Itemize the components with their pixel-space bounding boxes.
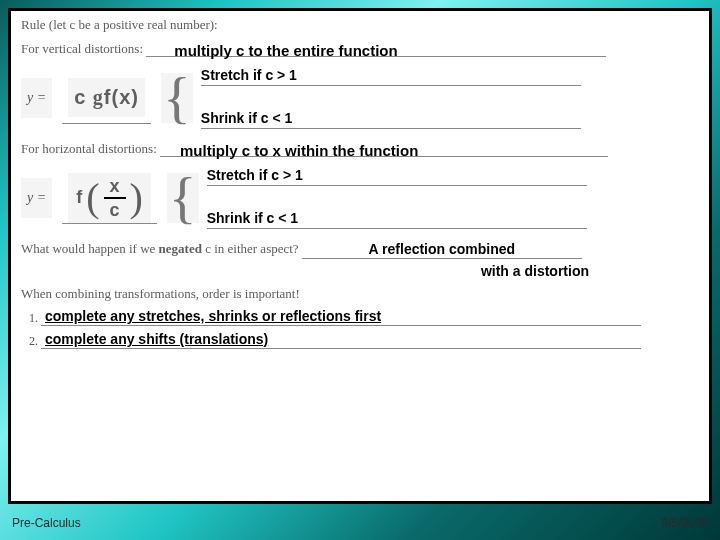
- horizontal-formula-blank: f ( x c ): [62, 172, 157, 224]
- slide-content: Rule (let c be a positive real number): …: [11, 11, 709, 501]
- lparen-icon: (: [86, 186, 99, 210]
- vertical-formula: c gf(x): [68, 78, 145, 117]
- step-2-text: complete any shifts (translations): [45, 331, 268, 347]
- horizontal-equation-row: y = f ( x c ) { Stretch if c > 1 Shrink …: [21, 163, 699, 233]
- neg-answer-line2-wrap: with a distortion: [21, 263, 699, 280]
- vertical-label: For vertical distortions:: [21, 41, 146, 56]
- vert-stretch: Stretch if c > 1: [201, 67, 297, 83]
- slide-footer: Pre-Calculus 9/5/2006: [0, 512, 720, 540]
- fraction: x c: [104, 177, 126, 219]
- brace-icon: {: [167, 173, 199, 222]
- horiz-stretch: Stretch if c > 1: [207, 167, 303, 183]
- steps-list: complete any stretches, shrinks or refle…: [21, 308, 699, 349]
- y-equals-vert: y =: [21, 78, 52, 118]
- rule-heading: Rule (let c be a positive real number):: [21, 17, 699, 33]
- combine-note: When combining transformations, order is…: [21, 286, 699, 302]
- brace-icon: {: [161, 73, 193, 122]
- neg-answer-blank: A reflection combined: [302, 241, 582, 259]
- vertical-cases: Stretch if c > 1 Shrink if c < 1: [199, 63, 581, 133]
- negated-question-line: What would happen if we negated c in eit…: [21, 241, 699, 259]
- neg-answer-2: with a distortion: [481, 263, 589, 279]
- vertical-answer: multiply c to the entire function: [146, 42, 397, 59]
- vert-fx: f(x): [104, 86, 139, 108]
- horizontal-formula: f ( x c ): [68, 173, 151, 223]
- vert-g: g: [93, 86, 104, 108]
- vertical-equation-row: y = c gf(x) { Stretch if c > 1 Shrink if…: [21, 63, 699, 133]
- rparen-icon: ): [130, 186, 143, 210]
- slide-frame: Rule (let c be a positive real number): …: [8, 8, 712, 504]
- neg-post: c in either aspect?: [202, 241, 302, 256]
- vert-shrink: Shrink if c < 1: [201, 110, 292, 126]
- horiz-x: x: [109, 177, 119, 195]
- step-1: complete any stretches, shrinks or refle…: [41, 308, 699, 326]
- horizontal-cases: Stretch if c > 1 Shrink if c < 1: [205, 163, 587, 233]
- horiz-shrink: Shrink if c < 1: [207, 210, 298, 226]
- horiz-c: c: [109, 201, 119, 219]
- horizontal-label: For horizontal distortions:: [21, 141, 160, 156]
- horizontal-distortion-line: For horizontal distortions: multiply c t…: [21, 141, 699, 157]
- vertical-formula-blank: c gf(x): [62, 72, 151, 124]
- horiz-f: f: [76, 187, 82, 208]
- horizontal-answer: multiply c to x within the function: [160, 142, 418, 159]
- y-equals-horiz: y =: [21, 178, 52, 218]
- step-2: complete any shifts (translations): [41, 331, 699, 349]
- neg-pre: What would happen if we: [21, 241, 159, 256]
- vertical-distortion-line: For vertical distortions: multiply c to …: [21, 41, 699, 57]
- footer-left: Pre-Calculus: [12, 516, 81, 530]
- fraction-bar-icon: [104, 197, 126, 199]
- vert-c: c: [74, 86, 86, 108]
- neg-answer-1: A reflection combined: [369, 241, 516, 257]
- footer-right: 9/5/2006: [661, 516, 708, 530]
- step-1-text: complete any stretches, shrinks or refle…: [45, 308, 381, 324]
- neg-bold: negated: [159, 241, 202, 256]
